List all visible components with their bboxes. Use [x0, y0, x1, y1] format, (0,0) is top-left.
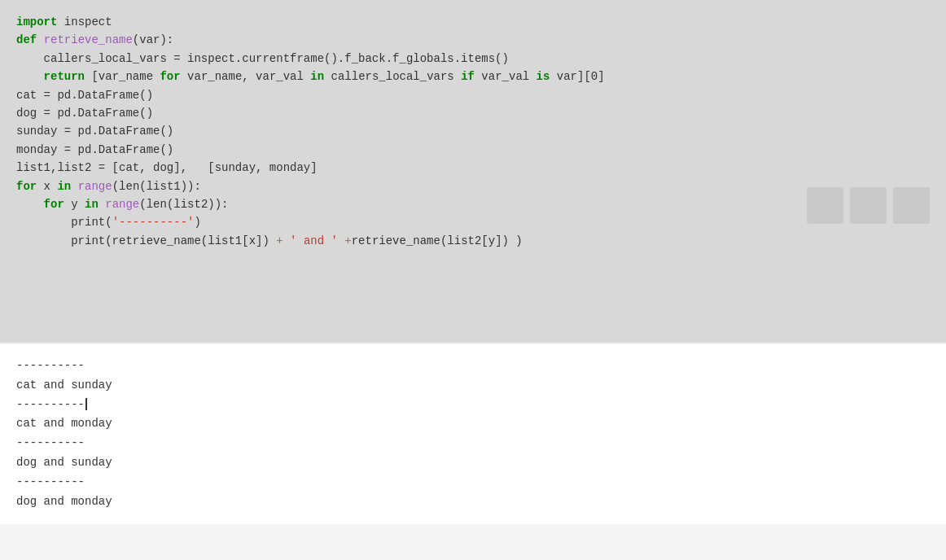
- output-line: ----------: [16, 396, 930, 415]
- code-line: print(retrieve_name(list1[x]) + ' and ' …: [16, 232, 930, 250]
- code-line: print('----------'): [16, 213, 930, 231]
- output-line: ----------: [16, 434, 930, 453]
- output-line: dog and sunday: [16, 453, 930, 473]
- code-line: cat = pd.DataFrame(): [16, 86, 930, 104]
- code-line: callers_local_vars = inspect.currentfram…: [16, 50, 930, 68]
- code-line: def retrieve_name(var):: [16, 31, 930, 49]
- output-line: ----------: [16, 357, 930, 376]
- output-line: ----------: [16, 473, 930, 492]
- code-line: dog = pd.DataFrame(): [16, 104, 930, 122]
- box3: [893, 187, 930, 224]
- code-line: import inspect: [16, 13, 930, 31]
- code-line: for y in range(len(list2)):: [16, 195, 930, 213]
- output-line: cat and sunday: [16, 376, 930, 396]
- code-line: for x in range(len(list1)):: [16, 177, 930, 195]
- box1: [807, 187, 843, 224]
- code-line: monday = pd.DataFrame(): [16, 141, 930, 159]
- text-cursor: [85, 398, 87, 410]
- code-block: import inspectdef retrieve_name(var): ca…: [16, 13, 930, 250]
- code-line: sunday = pd.DataFrame(): [16, 122, 930, 140]
- output-line: cat and monday: [16, 414, 930, 434]
- code-line: return [var_name for var_name, var_val i…: [16, 68, 930, 85]
- code-section: import inspectdef retrieve_name(var): ca…: [0, 0, 946, 342]
- output-line: dog and monday: [16, 492, 930, 512]
- box2: [850, 187, 887, 224]
- code-line: list1,list2 = [cat, dog], [sunday, monda…: [16, 159, 930, 177]
- overlay-boxes: [807, 187, 946, 224]
- output-section: ----------cat and sunday----------cat an…: [0, 342, 946, 524]
